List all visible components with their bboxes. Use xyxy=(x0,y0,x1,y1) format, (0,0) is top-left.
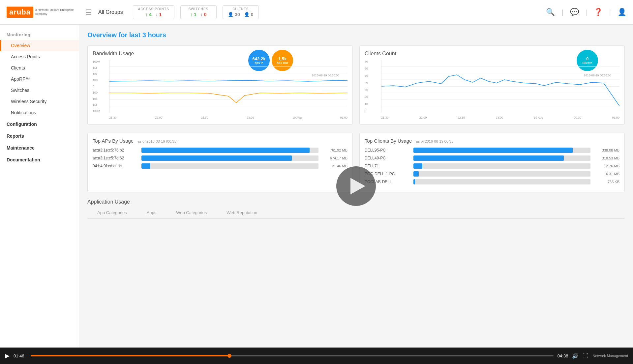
bandwidth-chart-card: Bandwidth Usage 642.2k bps In 1.5k bps O… xyxy=(87,45,353,125)
top-clients-card: Top Clients By Usage as of 2016-08-19 00… xyxy=(359,133,625,192)
video-controls-bar: ▶ 01:46 04:38 🔊 ⛶ Network Management xyxy=(0,348,633,364)
cl-label-1: DELL95-PC xyxy=(365,148,411,153)
app-tabs: App Categories Apps Web Categories Web R… xyxy=(87,208,625,219)
vc-progress-track[interactable] xyxy=(31,355,554,356)
cl-value-1: 338.08 MB xyxy=(593,148,619,152)
bandwidth-y-labels: 100M1M10k100010010k1M100M xyxy=(93,60,109,113)
top-clients-subtitle: as of 2016-08-19 00:35 xyxy=(416,139,454,143)
tab-apps[interactable]: Apps xyxy=(137,208,166,218)
top-clients-title: Top Clients By Usage as of 2016-08-19 00… xyxy=(365,138,619,144)
vc-current-time: 01:46 xyxy=(14,353,27,358)
search-icon[interactable]: 🔍 xyxy=(546,8,555,16)
vc-total-time: 04:38 xyxy=(558,353,568,358)
all-groups-label[interactable]: All Groups xyxy=(98,9,123,15)
vc-fullscreen-icon[interactable]: ⛶ xyxy=(583,352,588,359)
header-icons: 🔍 | 💬 | ❓ | 👤 xyxy=(546,8,626,16)
sidebar-item-access-points[interactable]: Access Points xyxy=(0,51,79,62)
ap-fill-1 xyxy=(141,148,310,153)
cl-value-5: 765 KB xyxy=(593,180,619,184)
ap-badge-title: ACCESS POINTS xyxy=(138,7,169,11)
clients-y-labels: 706050403020100 xyxy=(365,60,381,113)
sidebar-item-switches[interactable]: Switches xyxy=(0,85,79,96)
user-icon[interactable]: 👤 xyxy=(618,8,626,16)
cl-bar-row-5: POCLAB-DELL 765 KB xyxy=(365,179,619,184)
clients-chart-area: 706050403020100 21:3022:0022 xyxy=(365,60,619,119)
ap-fill-2 xyxy=(141,155,292,161)
aruba-logo: aruba xyxy=(7,7,33,18)
bandwidth-x-labels: 21:3022:0022:3023:0019 Aug01:00 xyxy=(109,116,347,119)
bandwidth-canvas xyxy=(109,60,347,113)
cl-value-4: 6.31 MB xyxy=(593,172,619,176)
ap-track-1 xyxy=(141,148,318,153)
cl-track-4 xyxy=(413,171,590,177)
ap-label-3: 94:b4:0f:cd:cf:dc xyxy=(93,164,139,168)
top-aps-card: Top APs By Usage as of 2016-08-19 (00:35… xyxy=(87,133,353,192)
ap-bar-row-3: 94:b4:0f:cd:cf:dc 21.46 MB xyxy=(93,163,347,169)
ap-bar-row-2: ac:a3:1e:c5:7d:62 674.17 MB xyxy=(93,155,347,161)
ap-value-3: 21.46 MB xyxy=(321,164,347,168)
cl-badge-title: CLIENTS xyxy=(232,7,249,11)
cl-fill-5 xyxy=(413,179,415,184)
bandwidth-chart-area: 100M1M10k100010010k1M100M xyxy=(93,60,347,119)
header: aruba a Hewlett Packard Enterprise compa… xyxy=(0,0,633,25)
play-button[interactable] xyxy=(336,166,376,206)
ap-bar-row-1: ac:a3:1e:c5:76:b2 761.92 MB xyxy=(93,148,347,153)
access-points-badge[interactable]: ACCESS POINTS 4 1 xyxy=(133,5,174,19)
sidebar-item-apprf[interactable]: AppRF™ xyxy=(0,73,79,85)
cl-online-count: 👤 30 xyxy=(228,12,240,17)
ap-label-1: ac:a3:1e:c5:76:b2 xyxy=(93,148,139,153)
cl-track-5 xyxy=(413,179,590,184)
vc-label: Network Management xyxy=(592,354,628,358)
sw-up-count: 1 xyxy=(190,12,196,17)
ap-label-2: ac:a3:1e:c5:7d:62 xyxy=(93,156,139,160)
ap-up-count: 4 xyxy=(145,12,152,17)
cl-label-3: DELL71 xyxy=(365,164,411,168)
sidebar-item-overview[interactable]: Overview xyxy=(0,40,79,51)
switches-badge[interactable]: SWITCHES 1 0 xyxy=(180,5,217,19)
cl-fill-3 xyxy=(413,163,422,169)
sidebar-item-notifications[interactable]: Notifications xyxy=(0,107,79,118)
ap-track-3 xyxy=(141,163,318,169)
tab-web-categories[interactable]: Web Categories xyxy=(166,208,217,218)
clients-count-card: Clients Count 0 Clients 2016-08-19 00:30… xyxy=(359,45,625,125)
cl-fill-4 xyxy=(413,171,419,177)
chat-icon[interactable]: 💬 xyxy=(570,8,579,16)
sidebar-item-clients[interactable]: Clients xyxy=(0,62,79,73)
ap-value-2: 674.17 MB xyxy=(321,156,347,160)
ap-value-1: 761.92 MB xyxy=(321,148,347,152)
tab-web-reputation[interactable]: Web Reputation xyxy=(217,208,267,218)
vc-progress-dot[interactable] xyxy=(227,354,231,358)
cl-value-3: 12.76 MB xyxy=(593,164,619,168)
vc-progress-fill xyxy=(31,355,229,356)
ap-fill-3 xyxy=(141,163,150,169)
clients-badge[interactable]: CLIENTS 👤 30 👤 0 xyxy=(223,5,259,19)
sw-badge-title: SWITCHES xyxy=(188,7,208,11)
bandwidth-title: Bandwidth Usage xyxy=(93,51,347,57)
play-triangle-icon xyxy=(350,178,365,194)
tab-app-categories[interactable]: App Categories xyxy=(87,208,137,218)
help-icon[interactable]: ❓ xyxy=(594,8,603,16)
hamburger-icon[interactable]: ☰ xyxy=(86,8,92,16)
cl-bar-row-3: DELL71 12.76 MB xyxy=(365,163,619,169)
ap-down-count: 1 xyxy=(156,12,162,17)
top-aps-title: Top APs By Usage as of 2016-08-19 (00:35… xyxy=(93,138,347,144)
sidebar-documentation[interactable]: Documentation xyxy=(0,154,79,166)
cl-fill-1 xyxy=(413,148,573,153)
vc-volume-icon[interactable]: 🔊 xyxy=(572,353,579,359)
clients-canvas xyxy=(381,60,619,113)
sidebar-item-wireless-security[interactable]: Wireless Security xyxy=(0,96,79,107)
cl-track-2 xyxy=(413,155,590,161)
clients-x-labels: 21:3022:0022:3023:0019 Aug00:3001:00 xyxy=(381,116,619,119)
cl-bar-row-1: DELL95-PC 338.08 MB xyxy=(365,148,619,153)
ap-track-2 xyxy=(141,155,318,161)
sidebar-configuration[interactable]: Configuration xyxy=(0,118,79,130)
header-nav: ☰ All Groups ACCESS POINTS 4 1 SWITCHES … xyxy=(86,5,546,19)
cl-offline-count: 👤 0 xyxy=(244,12,254,17)
cl-bar-row-4: POC-DELL-1-PC 6.31 MB xyxy=(365,171,619,177)
cl-track-3 xyxy=(413,163,590,169)
sidebar-maintenance[interactable]: Maintenance xyxy=(0,142,79,154)
cl-bar-row-2: DELL49-PC 318.53 MB xyxy=(365,155,619,161)
vc-play-button[interactable]: ▶ xyxy=(5,352,10,359)
sidebar-reports[interactable]: Reports xyxy=(0,130,79,142)
cl-track-1 xyxy=(413,148,590,153)
